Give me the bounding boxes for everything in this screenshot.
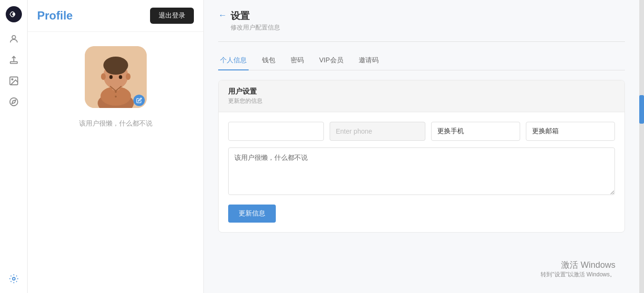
header-divider	[218, 41, 625, 42]
app-logo[interactable]	[5, 6, 22, 23]
tab-password[interactable]: 密码	[289, 51, 306, 70]
svg-point-7	[12, 277, 15, 280]
page-header: ← 设置 修改用户配置信息	[218, 10, 625, 32]
svg-point-2	[12, 36, 15, 39]
settings-card-body: 更换手机 更换邮箱 该用户很懒，什么都不说 更新信息	[219, 112, 624, 232]
change-phone-button[interactable]: 更换手机	[431, 122, 520, 141]
scrollbar[interactable]	[639, 0, 644, 293]
settings-card: 用户设置 更新您的信息 更换手机 更换邮箱 该用户很懒，什么都不说 更新信息	[218, 80, 625, 233]
user-bio: 该用户很懒，什么都不说	[79, 119, 152, 128]
svg-point-20	[115, 96, 117, 98]
sidebar-item-compass[interactable]	[5, 93, 22, 110]
page-subtitle: 修改用户配置信息	[231, 23, 280, 32]
tab-personal-info[interactable]: 个人信息	[218, 51, 249, 70]
tab-vip[interactable]: VIP会员	[317, 51, 345, 70]
main-content: ← 设置 修改用户配置信息 个人信息 钱包 密码 VIP会员 邀请码 用户设置 …	[204, 0, 639, 293]
svg-point-17	[109, 75, 112, 79]
avatar-edit-button[interactable]	[133, 95, 145, 106]
bio-textarea[interactable]: 该用户很懒，什么都不说	[228, 147, 615, 195]
avatar-wrapper	[85, 46, 147, 108]
left-panel-header: Profile 退出登录	[28, 0, 203, 32]
svg-point-18	[119, 75, 122, 79]
name-input[interactable]	[228, 122, 324, 141]
page-title: 设置	[231, 10, 280, 22]
back-arrow[interactable]: ←	[218, 10, 227, 20]
settings-card-subtitle: 更新您的信息	[228, 97, 615, 105]
sidebar-item-image[interactable]	[5, 72, 22, 89]
svg-point-15	[101, 73, 106, 80]
logout-button[interactable]: 退出登录	[150, 8, 194, 24]
svg-point-16	[126, 73, 131, 80]
phone-input[interactable]	[330, 122, 425, 141]
svg-point-6	[10, 98, 18, 106]
avatar-section: 该用户很懒，什么都不说	[28, 32, 203, 137]
settings-card-header: 用户设置 更新您的信息	[219, 80, 624, 112]
sidebar	[0, 0, 28, 293]
change-email-button[interactable]: 更换邮箱	[526, 122, 615, 141]
settings-card-title: 用户设置	[228, 87, 615, 96]
scrollbar-handle[interactable]	[639, 95, 644, 124]
svg-rect-3	[10, 62, 17, 64]
tab-invite-code[interactable]: 邀请码	[357, 51, 381, 70]
svg-point-1	[12, 13, 15, 16]
svg-point-14	[105, 63, 126, 75]
tab-wallet[interactable]: 钱包	[260, 51, 277, 70]
svg-point-5	[11, 78, 13, 80]
page-header-text: 设置 修改用户配置信息	[231, 10, 280, 32]
sidebar-item-upload[interactable]	[5, 51, 22, 68]
sidebar-item-settings[interactable]	[5, 270, 22, 287]
sidebar-item-user[interactable]	[5, 30, 22, 48]
left-panel: Profile 退出登录	[28, 0, 204, 293]
profile-title: Profile	[37, 9, 73, 22]
update-info-button[interactable]: 更新信息	[228, 205, 276, 223]
tabs-container: 个人信息 钱包 密码 VIP会员 邀请码	[218, 51, 625, 70]
input-row-top: 更换手机 更换邮箱	[228, 122, 615, 141]
